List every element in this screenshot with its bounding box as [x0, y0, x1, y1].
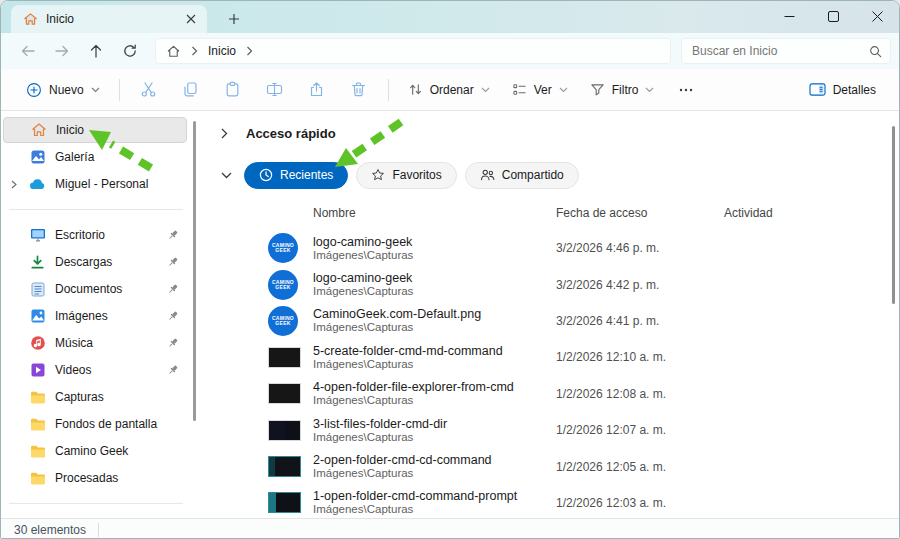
close-button[interactable] — [855, 1, 899, 31]
sort-button-label: Ordenar — [430, 83, 474, 97]
sidebar-item-escritorio[interactable]: Escritorio — [3, 222, 187, 248]
tab-label: Favoritos — [392, 168, 441, 182]
chevron-down-icon — [559, 87, 568, 93]
sidebar-item-inicio[interactable]: Inicio — [3, 117, 187, 143]
music-icon — [29, 335, 46, 352]
sidebar-item-imagenes[interactable]: Imágenes — [3, 303, 187, 329]
content-pane: Acceso rápido Recientes Favoritos Compar… — [201, 111, 899, 518]
sidebar-item-label: Camino Geek — [55, 444, 128, 458]
sidebar-item-galeria[interactable]: Galería — [3, 144, 187, 170]
rename-button[interactable] — [256, 74, 294, 106]
sidebar-item-videos[interactable]: Videos — [3, 357, 187, 383]
column-header-nombre[interactable]: Nombre — [313, 206, 556, 220]
table-header: Nombre Fecha de acceso Actividad — [201, 202, 899, 224]
tab-inicio[interactable]: Inicio — [11, 5, 207, 33]
file-path: Imágenes\Capturas — [313, 358, 556, 371]
folder-icon — [29, 443, 46, 460]
refresh-button[interactable] — [113, 37, 147, 65]
pin-icon — [167, 229, 179, 241]
sidebar-item-documentos[interactable]: Documentos — [3, 276, 187, 302]
details-button[interactable]: Detalles — [800, 74, 885, 106]
videos-icon — [29, 362, 46, 379]
chevron-down-icon[interactable] — [221, 172, 232, 179]
table-row[interactable]: 3-list-files-folder-cmd-dirImágenes\Capt… — [201, 412, 899, 448]
content-scrollbar[interactable] — [892, 126, 895, 304]
sidebar-item-descargas[interactable]: Descargas — [3, 249, 187, 275]
tab-recientes[interactable]: Recientes — [244, 162, 348, 189]
more-options-button[interactable] — [667, 74, 705, 106]
new-button[interactable]: Nuevo — [17, 74, 109, 106]
table-row[interactable]: 1-open-folder-cmd-command-promptImágenes… — [201, 485, 899, 518]
tab-label: Compartido — [502, 168, 564, 182]
sidebar-item-procesadas[interactable]: Procesadas — [3, 465, 187, 491]
file-date: 3/2/2026 4:46 p. m. — [556, 241, 724, 255]
navigation-bar: Inicio — [1, 33, 899, 69]
quick-access-header[interactable]: Acceso rápido — [201, 121, 899, 145]
address-bar[interactable]: Inicio — [155, 38, 671, 64]
maximize-button[interactable] — [811, 1, 855, 31]
downloads-icon — [29, 254, 46, 271]
table-row[interactable]: 2-open-folder-cmd-cd-commandImágenes\Cap… — [201, 448, 899, 484]
minimize-button[interactable] — [767, 1, 811, 31]
filter-button[interactable]: Filtro — [581, 74, 664, 106]
file-thumbnail-logo: CAMINOGEEK — [268, 233, 298, 263]
view-button[interactable]: Ver — [503, 74, 577, 106]
file-thumbnail-screenshot — [268, 383, 301, 404]
file-thumbnail-logo: CAMINOGEEK — [268, 306, 298, 336]
sidebar-item-fondos-de-pantalla[interactable]: Fondos de pantalla — [3, 411, 187, 437]
column-header-fecha[interactable]: Fecha de acceso — [556, 206, 724, 220]
filter-button-label: Filtro — [612, 83, 639, 97]
file-name: 1-open-folder-cmd-command-prompt — [313, 489, 556, 503]
pin-icon — [167, 256, 179, 268]
share-button[interactable] — [298, 74, 336, 106]
paste-button[interactable] — [214, 74, 252, 106]
file-name: CaminoGeek.com-Default.png — [313, 307, 556, 321]
sidebar-item-label: Capturas — [55, 390, 104, 404]
delete-button[interactable] — [340, 74, 378, 106]
star-icon — [371, 168, 385, 182]
tab-close-icon[interactable] — [183, 11, 199, 27]
navigation-pane: Inicio Galería Miguel - Personal — [1, 111, 201, 518]
back-button[interactable] — [11, 37, 45, 65]
sidebar-item-musica[interactable]: Música — [3, 330, 187, 356]
sidebar-item-label: Galería — [55, 150, 94, 164]
breadcrumb-inicio[interactable]: Inicio — [208, 44, 236, 58]
sort-button[interactable]: Ordenar — [399, 74, 499, 106]
new-tab-button[interactable] — [221, 7, 247, 31]
view-icon — [512, 82, 527, 97]
sidebar-item-camino-geek[interactable]: Camino Geek — [3, 438, 187, 464]
table-row[interactable]: CAMINOGEEK logo-camino-geekImágenes\Capt… — [201, 266, 899, 302]
chevron-right-icon[interactable] — [221, 128, 228, 139]
sidebar-item-capturas[interactable]: Capturas — [3, 384, 187, 410]
window-controls — [767, 1, 899, 33]
sidebar-divider — [9, 209, 183, 210]
column-header-actividad[interactable]: Actividad — [724, 206, 899, 220]
search-input[interactable] — [692, 44, 869, 58]
sidebar-item-label: Inicio — [56, 123, 84, 137]
file-date: 3/2/2026 4:41 p. m. — [556, 314, 724, 328]
file-name: 3-list-files-folder-cmd-dir — [313, 417, 556, 431]
copy-button[interactable] — [172, 74, 210, 106]
forward-button[interactable] — [45, 37, 79, 65]
status-bar: 30 elementos — [1, 518, 899, 539]
file-thumbnail-screenshot — [268, 347, 301, 368]
tab-label: Recientes — [280, 168, 333, 182]
tab-compartido[interactable]: Compartido — [465, 162, 579, 189]
file-date: 1/2/2026 12:10 a. m. — [556, 350, 724, 364]
tab-favoritos[interactable]: Favoritos — [356, 162, 456, 189]
sidebar-item-label: Fondos de pantalla — [55, 417, 157, 431]
file-path: Imágenes\Capturas — [313, 285, 556, 298]
chevron-right-icon[interactable] — [11, 180, 23, 189]
cut-button[interactable] — [130, 74, 168, 106]
gallery-icon — [29, 149, 46, 166]
up-button[interactable] — [79, 37, 113, 65]
table-row[interactable]: CAMINOGEEK logo-camino-geekImágenes\Capt… — [201, 230, 899, 266]
sidebar-scrollbar[interactable] — [193, 121, 196, 421]
table-row[interactable]: 5-create-folder-cmd-md-commandImágenes\C… — [201, 339, 899, 375]
search-icon[interactable] — [869, 45, 882, 58]
home-outline-icon — [166, 44, 181, 59]
table-row[interactable]: CAMINOGEEK CaminoGeek.com-Default.pngImá… — [201, 303, 899, 339]
table-row[interactable]: 4-open-folder-file-explorer-from-cmdImág… — [201, 376, 899, 412]
toolbar-separator — [388, 79, 389, 101]
sidebar-item-onedrive-miguel[interactable]: Miguel - Personal — [3, 171, 187, 197]
